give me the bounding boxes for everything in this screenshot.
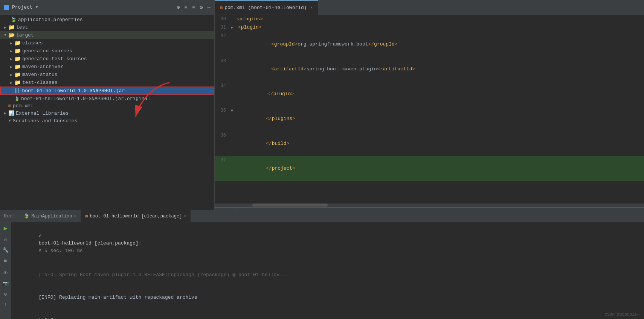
scrollbar-thumb[interactable] — [252, 204, 328, 207]
maven-archiver-label: maven-archiver — [22, 64, 63, 70]
pom-spacer — [2, 104, 8, 108]
gen-src-chevron: ▶ — [8, 49, 14, 53]
line-number: 31 — [215, 23, 230, 32]
jar-orig-icon: 🍃 — [14, 96, 20, 101]
tab-boot-helloworld[interactable]: m boot-01-helloworld [clean,package] × — [81, 210, 191, 222]
sidebar-item-generated-sources[interactable]: ▶ 📁 generated-sources — [0, 47, 214, 55]
test-classes-icon: 📁 — [14, 79, 21, 86]
sidebar-item-external-libraries[interactable]: ▶ 📊 External Libraries — [0, 109, 214, 117]
console-line-2: [INFO] ---------------------------------… — [15, 309, 640, 319]
run-item-header: ✔ boot-01-helloworld [clean,package]: A … — [15, 225, 640, 262]
tag-bracket-close: > — [259, 24, 262, 30]
sidebar-item-test[interactable]: ▶ 📁 test — [0, 23, 214, 31]
main-app-tab-label: MainApplication — [31, 214, 72, 219]
target-chevron: ▼ — [2, 33, 8, 37]
maven-archiver-chevron: ▶ — [8, 65, 14, 69]
sidebar-item-jar[interactable]: ▌▌ boot-01-helloworld-1.0-SNAPSHOT.jar — [0, 87, 214, 95]
test-classes-chevron: ▶ — [8, 81, 14, 85]
target-folder-icon: 📂 — [8, 32, 15, 38]
editor-content: 30 <plugins> 31 ▶ <plugin> 32 <groupId>o… — [215, 15, 644, 181]
sidebar-item-target[interactable]: ▼ 📂 target — [0, 31, 214, 39]
spacer — [5, 18, 11, 22]
code-text: </project> — [234, 156, 295, 181]
expand-icon[interactable]: ≡ — [192, 5, 195, 11]
horizontal-scrollbar[interactable] — [215, 204, 644, 207]
maven-status-icon: 📁 — [14, 71, 21, 78]
wrench-icon[interactable]: 🔧 — [3, 247, 9, 253]
jar-icon: ▌▌ — [15, 88, 20, 94]
minimize-icon[interactable]: — — [208, 5, 211, 11]
code-line-36: 36 </build> — [215, 131, 644, 156]
ext-lib-label: External Libraries — [16, 111, 69, 116]
project-icon — [4, 5, 9, 10]
project-tree: 🍃 application.properties ▶ 📁 test ▼ 📂 ta… — [0, 15, 215, 210]
pom-maven-icon: m — [8, 103, 11, 109]
maven-archiver-icon: 📁 — [14, 64, 21, 70]
line-number: 37 — [215, 156, 230, 164]
sidebar-item-jar-original[interactable]: 🍃 boot-01-helloworld-1.0-SNAPSHOT.jar.or… — [0, 95, 214, 102]
tab-pom-xml[interactable]: m pom.xml (boot-01-helloworld) × — [215, 0, 318, 15]
gen-src-label: generated-sources — [22, 48, 72, 54]
classes-label: classes — [22, 40, 43, 46]
line-number: 36 — [215, 131, 230, 140]
rerun-icon[interactable]: ↺ — [4, 237, 7, 243]
fold-btn-31[interactable]: ▶ — [230, 24, 234, 32]
sidebar-item-app-properties[interactable]: 🍃 application.properties — [0, 16, 214, 23]
breadcrumb-text: project — [218, 209, 237, 210]
gear-icon[interactable]: ⚙ — [4, 291, 7, 297]
classes-chevron: ▶ — [8, 41, 14, 46]
pom-label: pom.xml — [13, 103, 34, 109]
scratches-icon: ⚡ — [8, 118, 11, 124]
code-line-37: 37 </project> — [215, 156, 644, 181]
sidebar-item-maven-status[interactable]: ▶ 📁 maven-status — [0, 71, 214, 79]
arrow-up-icon[interactable]: ↑ — [4, 302, 7, 307]
code-text: </plugins> — [234, 106, 295, 131]
test-folder-icon: 📁 — [8, 24, 15, 30]
eye-icon[interactable]: 👁 — [3, 270, 8, 276]
code-line-33: 33 <artifactId>spring-boot-maven-plugin<… — [215, 57, 644, 82]
code-line-35: 35 ▼ </plugins> — [215, 106, 644, 131]
line-number: 32 — [215, 32, 230, 40]
sidebar-item-scratches[interactable]: ⚡ Scratches and Consoles — [0, 117, 214, 125]
camera-icon[interactable]: 📷 — [3, 281, 9, 287]
play-button[interactable]: ▶ — [4, 225, 8, 232]
sidebar-item-classes[interactable]: ▶ 📁 classes — [0, 39, 214, 47]
stop-icon[interactable]: ◼ — [4, 258, 7, 264]
bottom-main: ▶ ↺ 🔧 ◼ 👁 📷 ⚙ ↑ ✔ boot-01-helloworld [cl… — [0, 222, 644, 319]
sidebar-item-pom[interactable]: m pom.xml — [0, 102, 214, 109]
globe-icon[interactable]: ⊕ — [177, 4, 180, 11]
run-item-label: boot-01-helloworld [clean,package]: — [38, 240, 141, 246]
breadcrumb: project — [215, 207, 644, 210]
main-app-tab-close[interactable]: × — [74, 214, 76, 218]
code-text: </plugin> — [234, 82, 294, 106]
sidebar-item-generated-test-sources[interactable]: ▶ 📁 generated-test-sources — [0, 55, 214, 63]
line-number: 35 — [215, 106, 230, 115]
jar-label: boot-01-helloworld-1.0-SNAPSHOT.jar — [22, 88, 125, 94]
gen-src-icon: 📁 — [14, 48, 21, 54]
collapse-icon[interactable]: ≡ — [184, 5, 187, 11]
maven-tab-icon: m — [220, 5, 223, 11]
run-icons-column: ▶ ↺ 🔧 ◼ 👁 📷 ⚙ ↑ — [0, 222, 11, 319]
settings-icon[interactable]: ⚙ — [200, 4, 203, 11]
bottom-panel: Run: 🍃 MainApplication × m boot-01-hello… — [0, 210, 644, 319]
project-title: Project — [12, 5, 33, 10]
success-check-icon: ✔ — [38, 233, 41, 238]
test-chevron: ▶ — [2, 25, 8, 30]
gen-test-src-icon: 📁 — [14, 56, 21, 62]
app-properties-label: application.properties — [18, 17, 83, 23]
line-number: 30 — [215, 15, 230, 23]
sidebar-item-test-classes[interactable]: ▶ 📁 test-classes — [0, 79, 214, 87]
sidebar-item-maven-archiver[interactable]: ▶ 📁 maven-archiver — [0, 63, 214, 71]
boot-tab-close[interactable]: × — [184, 214, 186, 218]
app-properties-icon: 🍃 — [11, 17, 17, 23]
fold-btn-35[interactable]: ▼ — [230, 107, 234, 115]
code-text: <plugin> — [234, 23, 261, 32]
code-line-34: 34 </plugin> — [215, 82, 644, 106]
tab-close-icon[interactable]: × — [310, 6, 313, 10]
tag-bracket: < — [237, 16, 240, 22]
run-label: Run: — [0, 213, 19, 219]
dropdown-arrow[interactable]: ▼ — [36, 5, 38, 9]
line-number: 33 — [215, 57, 230, 65]
boot-tab-label: boot-01-helloworld [clean,package] — [90, 214, 182, 219]
tab-main-application[interactable]: 🍃 MainApplication × — [19, 210, 81, 222]
